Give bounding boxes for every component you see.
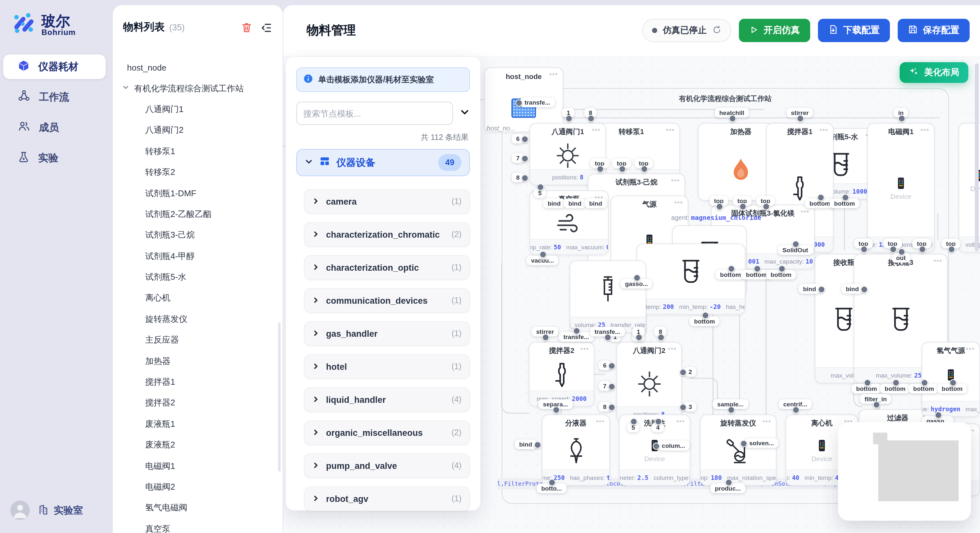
port-chip-2[interactable]: 2	[684, 367, 697, 377]
port-chip-SolidOut[interactable]: SolidOut	[778, 245, 813, 255]
port-chip-transfe...[interactable]: transfe...	[590, 327, 625, 336]
port-chip-bind[interactable]: bind	[515, 439, 537, 449]
canvas-node-旋转蒸发仪[interactable]: 旋转蒸发仪•••temp: 180max_rotation_speed	[700, 414, 776, 486]
tree-item-2[interactable]: 转移泵1	[113, 141, 279, 162]
template-group-hotel[interactable]: hotel(1)	[304, 354, 470, 379]
port-chip-bottom[interactable]: bottom	[852, 384, 881, 393]
port-chip-6[interactable]: 6	[512, 134, 524, 143]
template-group-characterization_chromatic[interactable]: characterization_chromatic(2)	[304, 222, 470, 247]
template-group-robot_agv[interactable]: robot_agv(1)	[304, 486, 470, 511]
port-chip-bind[interactable]: bind	[799, 284, 821, 294]
node-menu-icon[interactable]: •••	[549, 71, 558, 78]
port-chip-top[interactable]: top	[634, 159, 653, 168]
sidebar-item-1[interactable]: 工作流	[3, 85, 106, 109]
port-chip-in[interactable]: in	[894, 108, 908, 117]
port-chip-transfe...[interactable]: transfe...	[520, 97, 555, 107]
tree-item-16[interactable]: 废液瓶2	[113, 435, 279, 455]
node-menu-icon[interactable]: •••	[581, 345, 589, 352]
port-chip-centrif...[interactable]: centrif...	[779, 399, 812, 409]
port-chip-top[interactable]: top	[612, 159, 631, 168]
template-group-pump_and_valve[interactable]: pump_and_valve(4)	[304, 453, 470, 478]
port-chip-bind[interactable]: bind	[564, 198, 586, 208]
tree-item-14[interactable]: 搅拌器2	[113, 393, 279, 414]
port-chip-bind[interactable]: bind	[543, 198, 565, 208]
port-chip-8[interactable]: 8	[512, 173, 524, 182]
template-group-characterization_optic[interactable]: characterization_optic(1)	[304, 255, 470, 280]
port-chip-out[interactable]: out	[891, 253, 910, 263]
save-config-button[interactable]: 保存配置	[898, 19, 970, 42]
tree-item-0[interactable]: 八通阀门1	[113, 99, 279, 120]
port-chip-7[interactable]: 7	[598, 381, 611, 391]
node-menu-icon[interactable]: •••	[966, 345, 975, 352]
node-menu-icon[interactable]: •••	[819, 126, 828, 133]
tree-item-10[interactable]: 旋转蒸发仪	[113, 309, 279, 330]
port-chip-top[interactable]: top	[590, 159, 609, 168]
start-simulation-button[interactable]: 开启仿真	[739, 19, 810, 42]
port-chip-bottom[interactable]: bottom	[909, 384, 939, 393]
port-chip-8[interactable]: 8	[654, 327, 667, 336]
sidebar-item-3[interactable]: 实验	[3, 146, 106, 170]
port-chip-top[interactable]: top	[710, 196, 728, 206]
port-chip-top[interactable]: top	[912, 239, 931, 248]
template-group-liquid_handler[interactable]: liquid_handler(4)	[304, 387, 470, 412]
port-chip-bottom[interactable]: bottom	[766, 270, 796, 279]
port-chip-1[interactable]: 1	[562, 108, 575, 117]
node-menu-icon[interactable]: •••	[934, 257, 942, 264]
port-chip-1[interactable]: 1	[632, 327, 645, 336]
canvas-node-分液器[interactable]: 分液器•••volume: 250has_phases: true	[542, 414, 610, 486]
port-chip-separa...[interactable]: separa...	[538, 399, 572, 409]
canvas-node-八通阀门2[interactable]: 八通阀门2•••positions: 8	[616, 342, 682, 422]
port-chip-4[interactable]: 4	[652, 423, 664, 432]
port-chip-top[interactable]: top	[756, 196, 775, 206]
tree-item-20[interactable]: 真空泵	[113, 519, 279, 533]
node-menu-icon[interactable]: •••	[592, 126, 601, 133]
port-chip-6[interactable]: 6	[598, 360, 611, 370]
port-chip-colum...[interactable]: colum...	[657, 441, 690, 451]
sidebar-item-0[interactable]: 仪器耗材	[3, 54, 106, 79]
tree-item-11[interactable]: 主反应器	[113, 330, 279, 351]
tree-item-5[interactable]: 试剂瓶2-乙酸乙酯	[113, 204, 279, 225]
port-chip-top[interactable]: top	[854, 239, 873, 248]
node-menu-icon[interactable]: •••	[668, 345, 677, 352]
sidebar-item-lab[interactable]: 实验室	[38, 503, 83, 517]
port-chip-bottom[interactable]: bottom	[880, 384, 910, 393]
refresh-icon[interactable]	[712, 25, 721, 36]
tree-item-1[interactable]: 八通阀门2	[113, 120, 279, 141]
port-chip-top[interactable]: top	[883, 239, 902, 248]
node-menu-icon[interactable]: •••	[666, 126, 675, 133]
tree-item-9[interactable]: 离心机	[113, 288, 279, 309]
beautify-layout-button[interactable]: 美化布局	[900, 62, 968, 83]
port-chip-3[interactable]: 3	[684, 402, 697, 412]
canvas-node-unnamed-14[interactable]: max_volume: 25transfer_rate: 10	[570, 260, 646, 333]
port-chip-gasso...[interactable]: gasso...	[620, 279, 653, 289]
tree-item-8[interactable]: 试剂瓶5-水	[113, 267, 279, 288]
tree-item-17[interactable]: 电磁阀1	[113, 455, 279, 477]
node-menu-icon[interactable]: •••	[801, 208, 810, 215]
sidebar-item-2[interactable]: 成员	[3, 115, 106, 140]
tree-item-19[interactable]: 氢气电磁阀	[113, 497, 279, 519]
search-input[interactable]	[296, 102, 453, 125]
tree-item-7[interactable]: 试剂瓶4-甲醇	[113, 246, 279, 267]
collapse-panel-icon[interactable]	[261, 22, 272, 33]
port-chip-transfe...[interactable]: transfe...	[559, 332, 593, 342]
collapse-all-icon[interactable]	[460, 107, 470, 120]
port-chip-7[interactable]: 7	[512, 153, 524, 163]
download-config-button[interactable]: 下载配置	[818, 19, 890, 42]
tree-group[interactable]: 有机化学流程综合测试工作站	[113, 78, 279, 99]
port-chip-top[interactable]: top	[733, 196, 751, 206]
tree-item-root[interactable]: host_node	[113, 57, 279, 78]
port-chip-8[interactable]: 8	[598, 402, 611, 412]
port-chip-bind[interactable]: bind	[841, 284, 863, 294]
port-chip-bottom[interactable]: bottom	[690, 316, 719, 326]
tree-item-6[interactable]: 试剂瓶3-己烷	[113, 225, 279, 246]
materials-scrollbar[interactable]	[278, 322, 281, 471]
port-chip-sample...[interactable]: sample...	[713, 399, 748, 409]
template-group-organic_miscellaneous[interactable]: organic_miscellaneous(2)	[304, 420, 470, 445]
port-chip-stirrer[interactable]: stirrer	[786, 108, 813, 117]
node-menu-icon[interactable]: •••	[675, 199, 683, 206]
node-menu-icon[interactable]: •••	[596, 418, 605, 425]
tree-item-18[interactable]: 电磁阀2	[113, 477, 279, 498]
port-chip-5[interactable]: 5	[627, 423, 640, 432]
port-chip-heatchill[interactable]: heatchill	[714, 108, 749, 117]
port-chip-5[interactable]: 5	[534, 188, 546, 198]
